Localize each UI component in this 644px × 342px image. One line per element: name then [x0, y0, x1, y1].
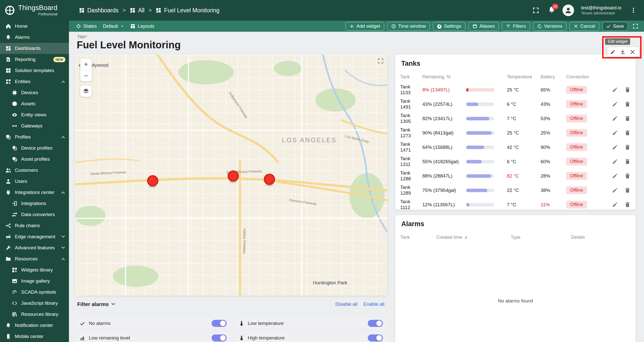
created-time-sort[interactable]: Created time [436, 235, 511, 240]
toolbar-fullscreen-button[interactable] [631, 22, 640, 31]
delete-tank-button[interactable] [625, 173, 631, 179]
edit-tank-button[interactable] [612, 101, 618, 107]
sidebar-item-home[interactable]: Home [0, 21, 69, 32]
save-button[interactable]: Save [602, 22, 628, 31]
sidebar-item-resources[interactable]: Resources [0, 253, 69, 264]
delete-tank-button[interactable] [625, 101, 631, 107]
delete-tank-button[interactable] [625, 144, 631, 150]
edit-widget-button[interactable] [610, 49, 616, 55]
map-canvas[interactable]: Santa Monica Freeway Santa Monica Freewa… [75, 55, 387, 296]
delete-tank-button[interactable] [625, 202, 631, 208]
edit-tank-button[interactable] [612, 187, 618, 193]
table-row: Tank 128888% (28847L)82 °C28%Offline [395, 169, 636, 183]
versions-button[interactable]: Versions [533, 22, 567, 31]
toggle-switch[interactable] [368, 334, 383, 341]
toggle-switch[interactable] [368, 320, 383, 327]
edit-tank-button[interactable] [612, 159, 618, 165]
sidebar-item-gateways[interactable]: Gateways [0, 120, 69, 131]
column-header-connection: Connection [566, 74, 608, 80]
page-title[interactable]: Fuel Level Monitoring [77, 39, 181, 51]
delete-tank-button[interactable] [625, 159, 631, 165]
breadcrumb-item-all[interactable]: All [130, 7, 145, 14]
sidebar-item-integrations[interactable]: Integrations [0, 198, 69, 209]
cancel-button[interactable]: Cancel [570, 22, 599, 31]
zoom-out-button[interactable]: − [80, 70, 92, 81]
enable-all-button[interactable]: Enable all [360, 300, 387, 309]
edit-tank-button[interactable] [612, 144, 618, 150]
dashboard-toolbar: States Default Layouts Add widget Time w… [69, 21, 644, 32]
tank-battery: 11% [541, 202, 566, 208]
time-window-button[interactable]: Time window [387, 22, 430, 31]
sidebar-item-scada-symbols[interactable]: SCADA symbols [0, 287, 69, 298]
delete-tank-button[interactable] [625, 87, 631, 93]
sidebar-item-assets[interactable]: Assets [0, 98, 69, 109]
header-fullscreen-button[interactable] [531, 5, 541, 15]
sidebar-item-users[interactable]: Users [0, 176, 69, 187]
states-button[interactable]: States [74, 22, 99, 31]
add-widget-button[interactable]: Add widget [345, 22, 384, 31]
sidebar-item-profiles[interactable]: Profiles [0, 131, 69, 143]
aliases-button[interactable]: Aliases [468, 22, 499, 31]
sidebar-item-device-profiles[interactable]: Device profiles [0, 143, 69, 154]
app-header: ThingsBoard Professional Dashboards>All>… [0, 0, 644, 21]
edit-tank-button[interactable] [612, 87, 618, 93]
sidebar-item-devices[interactable]: Devices [0, 87, 69, 98]
sidebar-item-customers[interactable]: Customers [0, 165, 69, 176]
sidebar-item-rule-chains[interactable]: Rule chains [0, 220, 69, 231]
layouts-button[interactable]: Layouts [128, 22, 156, 31]
app-logo[interactable]: ThingsBoard Professional [0, 5, 69, 16]
tank-marker[interactable] [264, 174, 274, 184]
toggle-switch[interactable] [212, 320, 227, 327]
sidebar-item-image-gallery[interactable]: Image gallery [0, 276, 69, 287]
sidebar-item-entities[interactable]: Entities [0, 76, 69, 87]
sidebar-item-alarms[interactable]: Alarms [0, 32, 69, 43]
column-header-remaining: Remaining, % [422, 74, 466, 80]
tank-connection: Offline [566, 186, 608, 194]
sidebar-item-label: Edge management [15, 234, 57, 240]
status-badge: Offline [566, 115, 587, 122]
filter-alarms-toggle[interactable]: Filter alarms [77, 301, 115, 307]
sidebar-item-solution-templates[interactable]: Solution templates [0, 65, 69, 76]
zoom-in-button[interactable]: + [80, 59, 92, 70]
remove-widget-button[interactable] [630, 49, 636, 55]
sidebar-item-mobile-center[interactable]: Mobile center [0, 331, 69, 342]
tank-marker[interactable] [148, 176, 158, 186]
edit-tank-button[interactable] [612, 173, 618, 179]
sidebar-item-notification-center[interactable]: Notification center [0, 320, 69, 331]
notifications-button[interactable]: 29 [548, 6, 555, 15]
sidebar-item-reporting[interactable]: ReportingNEW [0, 54, 69, 65]
edit-tank-button[interactable] [612, 130, 618, 136]
avatar[interactable] [562, 5, 574, 16]
settings-button[interactable]: Settings [433, 22, 465, 31]
map-fullscreen-button[interactable] [377, 58, 384, 65]
more-menu-button[interactable] [628, 5, 638, 15]
tank-remaining: 64% (15688L) [422, 145, 466, 150]
sidebar-item-data-converters[interactable]: Data converters [0, 209, 69, 220]
sidebar-item-asset-profiles[interactable]: Asset profiles [0, 154, 69, 165]
breadcrumb-item-fuel-level-monitoring[interactable]: Fuel Level Monitoring [156, 7, 219, 14]
edit-tank-button[interactable] [612, 116, 618, 122]
tank-marker[interactable] [228, 171, 238, 181]
tank-remaining: 88% (28847L) [422, 173, 466, 179]
sidebar-item-advanced-features[interactable]: Advanced features [0, 242, 69, 253]
filters-button[interactable]: Filters [502, 22, 530, 31]
delete-tank-button[interactable] [625, 187, 631, 193]
export-widget-button[interactable] [620, 49, 626, 55]
sidebar-item-resources-library[interactable]: Resources library [0, 309, 69, 320]
sidebar-item-widgets-library[interactable]: Widgets library [0, 264, 69, 276]
sidebar-item-label: Data converters [21, 212, 65, 217]
sidebar-item-integrations-center[interactable]: Integrations center [0, 187, 69, 198]
sidebar-item-dashboards[interactable]: Dashboards [0, 43, 69, 54]
sidebar-item-edge-management[interactable]: Edge management [0, 231, 69, 242]
delete-tank-button[interactable] [625, 116, 631, 122]
edit-tank-button[interactable] [612, 202, 618, 208]
disable-all-button[interactable]: Disable all [332, 300, 360, 309]
map-layers-button[interactable] [80, 85, 92, 97]
sidebar-item-entity-views[interactable]: Entity views [0, 109, 69, 120]
breadcrumb-item-dashboards[interactable]: Dashboards [79, 7, 118, 14]
states-select[interactable]: Default [101, 22, 126, 31]
delete-tank-button[interactable] [625, 130, 631, 136]
breadcrumb: Dashboards>All>Fuel Level Monitoring [79, 7, 219, 14]
toggle-switch[interactable] [212, 334, 227, 341]
sidebar-item-javascript-library[interactable]: JavaScript library [0, 298, 69, 309]
